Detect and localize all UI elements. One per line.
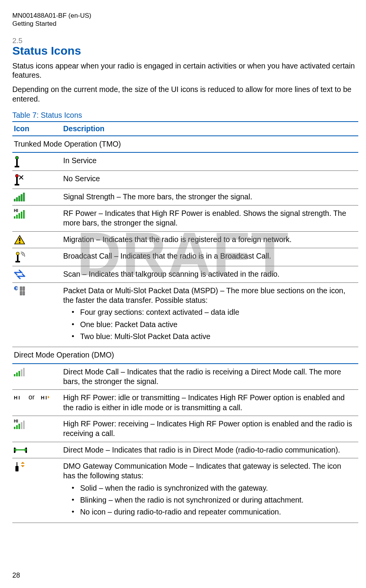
svg-rect-10 bbox=[23, 193, 25, 201]
svg-rect-5 bbox=[15, 184, 19, 185]
svg-rect-27 bbox=[20, 291, 22, 295]
svg-rect-7 bbox=[16, 197, 18, 201]
table-row: H I High RF Power: receiving – Indicates… bbox=[12, 416, 358, 442]
svg-text:I: I bbox=[17, 419, 18, 423]
table-row: Scan – Indicates that talkgroup scanning… bbox=[12, 266, 358, 282]
svg-rect-51 bbox=[15, 466, 18, 471]
svg-rect-9 bbox=[21, 194, 22, 201]
doc-section: Getting Started bbox=[12, 20, 358, 28]
intro-para-2: Depending on the current mode, the size … bbox=[12, 85, 358, 104]
svg-rect-12 bbox=[16, 215, 18, 219]
desc-migration: Migration – Indicates that the radio is … bbox=[62, 231, 358, 248]
hi-tx-icon: H I bbox=[41, 395, 49, 400]
table-row: No Service bbox=[12, 170, 358, 189]
packet-bullet-2: One blue: Packet Data active bbox=[72, 320, 355, 329]
svg-rect-8 bbox=[18, 196, 20, 201]
status-icons-table: Icon Description Trunked Mode Operation … bbox=[12, 121, 358, 523]
section-number: 2.5 bbox=[12, 37, 358, 45]
or-text: or bbox=[29, 393, 35, 402]
packet-data-icon bbox=[14, 286, 29, 297]
svg-rect-19 bbox=[19, 238, 20, 241]
desc-hrf-idle-tx: High RF Power: idle or transmitting – In… bbox=[62, 390, 358, 416]
table-row: In Service bbox=[12, 152, 358, 171]
svg-text:H: H bbox=[14, 419, 17, 423]
svg-point-21 bbox=[16, 252, 19, 255]
desc-packet: Packet Data or Multi-Slot Packet Data (M… bbox=[62, 282, 358, 347]
svg-rect-33 bbox=[23, 368, 25, 376]
svg-rect-25 bbox=[20, 287, 22, 291]
table-row: Broadcast Call – Indicates that the radi… bbox=[12, 248, 358, 266]
dmogw-bullet-2: Blinking – when the radio is not synchro… bbox=[72, 495, 355, 505]
svg-rect-11 bbox=[14, 216, 15, 219]
col-icon: Icon bbox=[12, 122, 62, 136]
svg-rect-39 bbox=[14, 427, 15, 429]
broadcast-call-icon bbox=[14, 251, 25, 263]
packet-bullet-3: Two blue: Multi-Slot Packet Data active bbox=[72, 332, 355, 341]
desc-signal: Signal Strength – The more bars, the str… bbox=[62, 189, 358, 205]
desc-in-service: In Service bbox=[62, 152, 358, 171]
signal-strength-icon bbox=[14, 192, 25, 202]
doc-id: MN001488A01-BF (en-US) bbox=[12, 12, 358, 20]
page-header: MN001488A01-BF (en-US) Getting Started bbox=[12, 12, 358, 28]
section-title: Status Icons bbox=[12, 44, 358, 57]
svg-rect-28 bbox=[23, 291, 25, 295]
svg-rect-32 bbox=[21, 369, 22, 376]
rf-power-icon: H I bbox=[14, 209, 25, 220]
intro-para-1: Status icons appear when your radio is e… bbox=[12, 61, 358, 80]
svg-point-0 bbox=[15, 156, 18, 159]
desc-direct-mode: Direct Mode – Indicates that radio is in… bbox=[62, 442, 358, 458]
svg-rect-41 bbox=[18, 424, 20, 429]
svg-rect-29 bbox=[14, 374, 15, 376]
svg-rect-20 bbox=[19, 242, 20, 243]
svg-text:I: I bbox=[18, 395, 20, 400]
svg-rect-26 bbox=[23, 287, 25, 291]
desc-dmo-gw: DMO Gateway Communication Mode – Indicat… bbox=[62, 458, 358, 523]
svg-text:H: H bbox=[41, 395, 44, 400]
page-number: 28 bbox=[12, 571, 20, 580]
no-service-icon bbox=[14, 174, 24, 185]
in-service-icon bbox=[14, 156, 23, 167]
svg-rect-4 bbox=[16, 177, 18, 185]
svg-rect-30 bbox=[16, 373, 18, 376]
desc-rf-power: RF Power – Indicates that High RF Power … bbox=[62, 205, 358, 231]
svg-marker-53 bbox=[21, 462, 25, 464]
svg-rect-22 bbox=[17, 255, 18, 262]
direct-mode-icon bbox=[14, 445, 27, 454]
svg-rect-31 bbox=[18, 371, 20, 376]
desc-scan: Scan – Indicates that talkgroup scanning… bbox=[62, 266, 358, 282]
svg-marker-54 bbox=[21, 465, 25, 467]
svg-rect-23 bbox=[15, 261, 20, 262]
svg-rect-2 bbox=[15, 166, 19, 167]
desc-dm-call: Direct Mode Call – Indicates that the ra… bbox=[62, 364, 358, 390]
svg-rect-52 bbox=[17, 462, 17, 466]
dmogw-bullet-3: No icon – during radio-to-radio and repe… bbox=[72, 507, 355, 517]
svg-rect-13 bbox=[18, 213, 20, 219]
col-desc: Description bbox=[62, 122, 358, 136]
table-row: DMO Gateway Communication Mode – Indicat… bbox=[12, 458, 358, 523]
svg-rect-6 bbox=[14, 199, 15, 201]
desc-no-service: No Service bbox=[62, 170, 358, 189]
svg-rect-1 bbox=[16, 159, 18, 167]
svg-point-24 bbox=[14, 286, 18, 290]
packet-bullet-1: Four gray sections: context activated – … bbox=[72, 307, 355, 317]
svg-marker-38 bbox=[48, 396, 49, 399]
direct-mode-call-icon bbox=[14, 367, 25, 377]
svg-rect-14 bbox=[21, 212, 22, 219]
svg-text:H: H bbox=[14, 209, 17, 213]
svg-text:I: I bbox=[45, 395, 47, 400]
hi-idle-icon: H I bbox=[14, 395, 22, 400]
desc-hrf-rx: High RF Power: receiving – Indicates Hig… bbox=[62, 416, 358, 442]
table-row: H I RF Power – Indicates that High RF Po… bbox=[12, 205, 358, 231]
group-dmo: Direct Mode Operation (DMO) bbox=[12, 347, 358, 364]
svg-text:H: H bbox=[14, 395, 17, 400]
table-row: H I or H I High RF Power: idle or transm… bbox=[12, 390, 358, 416]
dmogw-bullet-1: Solid – when the radio is synchronized w… bbox=[72, 483, 355, 493]
svg-rect-42 bbox=[21, 422, 22, 429]
group-tmo: Trunked Mode Operation (TMO) bbox=[12, 136, 358, 152]
desc-broadcast: Broadcast Call – Indicates that the radi… bbox=[62, 248, 358, 266]
table-row: Migration – Indicates that the radio is … bbox=[12, 231, 358, 248]
table-row: Direct Mode – Indicates that radio is in… bbox=[12, 442, 358, 458]
table-title: Table 7: Status Icons bbox=[12, 111, 358, 120]
svg-rect-15 bbox=[23, 210, 25, 219]
desc-packet-main: Packet Data or Multi-Slot Packet Data (M… bbox=[63, 286, 345, 304]
